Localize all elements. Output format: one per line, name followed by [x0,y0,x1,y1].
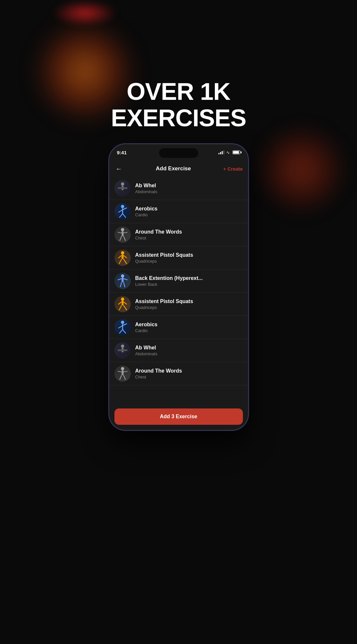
svg-point-33 [121,321,124,324]
signal-icon [218,150,224,154]
phone-screen: 9:41 ∿ ← Add Exercise + Create [109,144,248,430]
exercise-name: Back Extention (Hyperext... [135,275,243,281]
exercise-category: Chest [135,375,243,379]
list-item[interactable]: Back Extention (Hyperext... Lower Back [109,269,248,293]
svg-rect-2 [118,187,127,189]
svg-point-3 [121,205,124,208]
svg-line-32 [124,305,127,310]
list-item[interactable]: Around The Words Chest [109,362,248,385]
exercise-info: Aerobics Cardio [135,322,243,333]
exercise-thumbnail [114,203,131,220]
exercise-thumbnail [114,365,131,382]
svg-line-26 [124,282,125,287]
exercise-info: Back Extention (Hyperext... Lower Back [135,275,243,287]
exercise-info: Around The Words Chest [135,368,243,379]
svg-line-19 [119,259,122,264]
hero-line2: EXERCISES [111,104,246,131]
list-item[interactable]: Assistent Pistol Squats Quadriceps [109,246,248,269]
exercise-thumbnail [114,296,131,312]
hero-line1: OVER 1K [127,78,231,105]
exercise-thumbnail [114,226,131,243]
svg-line-31 [119,305,122,310]
phone-mockup: 9:41 ∿ ← Add Exercise + Create [109,144,249,600]
svg-line-47 [124,375,126,380]
exercise-info: Aerobics Cardio [135,206,243,217]
svg-point-42 [121,367,124,370]
svg-line-45 [124,371,127,372]
svg-line-6 [123,208,127,210]
exercise-info: Around The Words Chest [135,229,243,240]
exercise-thumbnail [114,342,131,359]
add-exercise-label: Add 3 Exercise [160,414,197,420]
svg-line-12 [124,232,127,233]
svg-line-36 [123,324,127,326]
exercise-name: Assistent Pistol Squats [135,252,243,258]
exercise-info: Ab Whel Abdominals [135,345,243,356]
exercise-name: Ab Whel [135,345,243,351]
exercise-info: Assistent Pistol Squats Quadriceps [135,252,243,264]
battery-icon [232,150,240,154]
svg-line-5 [118,210,123,212]
phone-notch [159,148,198,158]
svg-line-14 [124,236,126,241]
exercise-thumbnail [114,180,131,196]
exercise-category: Cardio [135,328,243,333]
svg-point-9 [121,228,124,231]
list-item[interactable]: Ab Whel Abdominals [109,339,248,362]
svg-line-25 [120,282,122,287]
svg-point-27 [121,298,124,301]
exercise-category: Chest [135,236,243,240]
exercise-name: Around The Words [135,368,243,374]
background-glow-red-right [256,124,347,215]
exercise-category: Quadriceps [135,259,243,264]
exercise-name: Around The Words [135,229,243,235]
wifi-icon: ∿ [226,150,230,155]
exercise-name: Aerobics [135,206,243,212]
exercise-category: Lower Back [135,282,243,287]
svg-rect-16 [122,254,124,259]
svg-point-0 [121,182,124,186]
svg-rect-10 [122,231,124,236]
svg-line-37 [119,330,123,333]
back-button[interactable]: ← [114,164,124,174]
exercise-name: Assistent Pistol Squats [135,299,243,304]
svg-point-15 [121,251,124,254]
svg-line-35 [118,326,123,328]
exercise-info: Assistent Pistol Squats Quadriceps [135,299,243,310]
svg-line-44 [118,371,122,372]
exercise-category: Abdominals [135,189,243,194]
exercise-info: Ab Whel Abdominals [135,183,243,194]
svg-rect-28 [122,301,124,305]
svg-line-23 [118,279,122,280]
exercise-list: Ab Whel Abdominals [109,177,248,407]
svg-line-17 [118,255,122,258]
svg-line-13 [120,236,122,241]
phone-frame: 9:41 ∿ ← Add Exercise + Create [109,144,249,431]
list-item[interactable]: Aerobics Cardio [109,316,248,339]
exercise-name: Ab Whel [135,183,243,189]
svg-line-7 [119,214,123,218]
svg-rect-43 [122,370,124,375]
exercise-category: Cardio [135,212,243,217]
status-icons: ∿ [218,150,240,155]
svg-line-18 [124,255,127,258]
svg-line-29 [118,302,122,304]
exercise-thumbnail [114,250,131,266]
svg-rect-41 [118,349,127,351]
exercise-name: Aerobics [135,322,243,328]
svg-point-39 [121,345,124,348]
svg-line-30 [124,302,127,304]
add-exercise-button[interactable]: Add 3 Exercise [114,408,243,425]
nav-header: ← Add Exercise + Create [109,161,248,177]
list-item[interactable]: Aerobics Cardio [109,200,248,223]
hero-section: OVER 1K EXERCISES [0,78,357,131]
exercise-thumbnail [114,319,131,335]
list-item[interactable]: Ab Whel Abdominals [109,177,248,200]
list-item[interactable]: Assistent Pistol Squats Quadriceps [109,293,248,316]
svg-line-20 [124,259,127,264]
background-glow-red-top [52,0,117,26]
svg-point-21 [121,274,124,278]
create-button[interactable]: + Create [223,166,243,172]
list-item[interactable]: Around The Words Chest [109,223,248,246]
svg-line-38 [123,330,126,333]
